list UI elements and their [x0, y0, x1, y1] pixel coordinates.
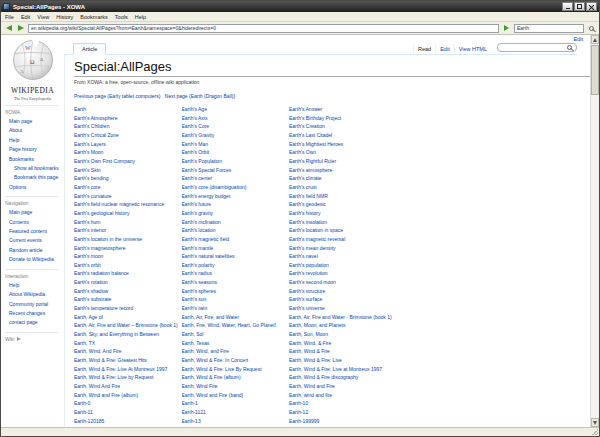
allpages-link[interactable]: Earth's surface	[289, 295, 554, 304]
allpages-link[interactable]: Earth's polarity	[182, 261, 290, 270]
sidebar-item-contact-page[interactable]: contact page	[5, 318, 64, 327]
allpages-link[interactable]: Earth's curvature	[74, 192, 182, 201]
allpages-link[interactable]: Earth, Wind & Fire: In Concert	[182, 356, 290, 365]
allpages-link[interactable]: Earth's gravity	[182, 209, 290, 218]
allpages-link[interactable]: Earth's substrate	[74, 295, 182, 304]
allpages-link[interactable]: Earth's radius	[182, 269, 290, 278]
allpages-link[interactable]: Earth's location in the universe	[74, 235, 182, 244]
menu-item-file[interactable]: File	[5, 14, 14, 20]
allpages-link[interactable]: Earth's Children	[74, 122, 182, 131]
allpages-link[interactable]: Earth, Wind Fire	[182, 382, 290, 391]
allpages-link[interactable]: Earth, Air, Fire, and Water	[182, 313, 290, 322]
allpages-link[interactable]: Earth's insolation	[289, 218, 554, 227]
allpages-link[interactable]: Earth's core (disambiguation)	[182, 183, 290, 192]
allpages-link[interactable]: Earth-1	[182, 399, 290, 408]
sidebar-item-random-article[interactable]: Random article	[5, 246, 64, 255]
menu-item-tools[interactable]: Tools	[115, 14, 128, 20]
allpages-link[interactable]: Earth's Core	[182, 122, 290, 131]
allpages-link[interactable]: Earth's center	[182, 174, 290, 183]
sidebar-item-main-page[interactable]: Main page	[5, 117, 64, 126]
menu-item-help[interactable]: Help	[135, 14, 146, 20]
scroll-up-button[interactable]	[591, 35, 599, 44]
page-action-read[interactable]: Read	[413, 44, 435, 54]
scroll-down-button[interactable]	[591, 418, 599, 427]
allpages-link[interactable]: Earth-0	[74, 399, 182, 408]
next-page-link[interactable]: Next page (Earth (Dragon Ball))	[165, 93, 235, 99]
allpages-link[interactable]: Earth's second moon	[289, 278, 554, 287]
sidebar-item-featured-content[interactable]: Featured content	[5, 227, 64, 236]
allpages-link[interactable]: Earth, Moon, and Planets	[289, 321, 554, 330]
allpages-link[interactable]: Earth's Birthday Project	[289, 114, 554, 123]
forward-button[interactable]	[16, 24, 25, 33]
search-icon[interactable]	[589, 26, 594, 31]
allpages-link[interactable]: Earth's Own First Company	[74, 157, 182, 166]
window-maximize-button[interactable]	[574, 2, 585, 11]
allpages-link[interactable]: Earth's structure	[289, 287, 554, 296]
window-close-button[interactable]	[586, 2, 597, 11]
allpages-link[interactable]: Earth, Sol	[182, 330, 290, 339]
allpages-link[interactable]: Earth's Creation	[289, 122, 554, 131]
allpages-link[interactable]: Earth, Wind & Fire: Live At Montreux 199…	[74, 365, 182, 374]
allpages-link[interactable]: Earth's atmosphere	[289, 166, 554, 175]
allpages-link[interactable]: Earth's revolution	[289, 269, 554, 278]
allpages-link[interactable]: Earth, Wind & Fire: Live	[289, 356, 554, 365]
vertical-scrollbar[interactable]	[590, 35, 599, 427]
allpages-link[interactable]: Earth	[74, 105, 182, 114]
sidebar-item-contents[interactable]: Contents	[5, 218, 64, 227]
sidebar-item-community-portal[interactable]: Community portal	[5, 300, 64, 309]
allpages-link[interactable]: Earth's mean density	[289, 244, 554, 253]
scrollbar-thumb[interactable]	[591, 45, 599, 95]
allpages-link[interactable]: Earth's Answer	[289, 105, 554, 114]
allpages-link[interactable]: Earth, Wind & Fire: Live at Montreux 199…	[289, 365, 554, 374]
allpages-link[interactable]: Earth, Sky, and Everything in Between	[74, 330, 182, 339]
allpages-link[interactable]: Earth, TX	[74, 339, 182, 348]
allpages-link[interactable]: Earth's geological history	[74, 209, 182, 218]
allpages-link[interactable]: Earth's natural satellites	[182, 252, 290, 261]
allpages-link[interactable]: Earth's Orbit	[182, 148, 290, 157]
sidebar-item-main-page[interactable]: Main page	[5, 208, 64, 217]
sidebar-item-about-wikipedia[interactable]: About Wikipedia	[5, 290, 64, 299]
chevron-right-icon[interactable]	[17, 337, 21, 341]
allpages-link[interactable]: Earth's climate	[289, 174, 554, 183]
allpages-link[interactable]: Earth-199999	[289, 417, 554, 426]
allpages-link[interactable]: Earth's orbit	[74, 261, 182, 270]
allpages-link[interactable]: Earth-13	[182, 417, 290, 426]
page-search-input[interactable]	[498, 44, 576, 51]
allpages-link[interactable]: Earth's Last Citadel	[289, 131, 554, 140]
sidebar-item-page-history[interactable]: Page history	[5, 145, 64, 154]
allpages-link[interactable]: Earth-12	[289, 408, 554, 417]
allpages-link[interactable]: Earth's inclination	[182, 218, 290, 227]
allpages-link[interactable]: Earth, Wind, and Fire	[182, 347, 290, 356]
allpages-link[interactable]: Earth, Wind & Fire: Live by Request	[74, 373, 182, 382]
title-bar[interactable]: Special:AllPages - XOWA	[1, 1, 599, 12]
allpages-link[interactable]: Earth's seasons	[182, 278, 290, 287]
allpages-link[interactable]: Earth's universe	[289, 304, 554, 313]
allpages-link[interactable]: Earth, Wind & Fire: Live By Request	[182, 365, 290, 374]
allpages-link[interactable]: Earth's Axis	[182, 114, 290, 123]
allpages-link[interactable]: Earth's future	[182, 200, 290, 209]
allpages-link[interactable]: Earth's Gravity	[182, 131, 290, 140]
allpages-link[interactable]: Earth, Air, Fire and Water - Brimstone (…	[289, 313, 554, 322]
sidebar-item-recent-changes[interactable]: Recent changes	[5, 309, 64, 318]
sidebar-item-help[interactable]: Help	[5, 136, 64, 145]
allpages-link[interactable]: Earth-10	[289, 399, 554, 408]
allpages-link[interactable]: Earth's population	[289, 261, 554, 270]
allpages-link[interactable]: Earth's navel	[289, 252, 554, 261]
sidebar-item-bookmark-this-page[interactable]: Bookmark this page	[5, 173, 64, 182]
back-button[interactable]	[4, 24, 13, 33]
menu-item-view[interactable]: View	[37, 14, 49, 20]
sidebar-item-help[interactable]: Help	[5, 281, 64, 290]
sidebar-item-bookmarks[interactable]: Bookmarks	[5, 155, 64, 164]
resize-grip-icon[interactable]	[592, 429, 598, 435]
allpages-link[interactable]: Earth's geodesic	[289, 200, 554, 209]
allpages-link[interactable]: Earth, wind and fire	[289, 391, 554, 400]
allpages-link[interactable]: Earth's twin	[182, 304, 290, 313]
allpages-link[interactable]: Earth's Moon	[74, 148, 182, 157]
allpages-link[interactable]: Earth, Air, Fire and Water – Brimstone (…	[74, 321, 182, 330]
allpages-link[interactable]: Earth's Age	[182, 105, 290, 114]
sidebar-item-about[interactable]: About	[5, 126, 64, 135]
allpages-link[interactable]: Earth's radiation balance	[74, 269, 182, 278]
menu-item-bookmarks[interactable]: Bookmarks	[80, 14, 108, 20]
allpages-link[interactable]: Earth's Atmosphere	[74, 114, 182, 123]
allpages-link[interactable]: Earth's Rightful Ruler	[289, 157, 554, 166]
